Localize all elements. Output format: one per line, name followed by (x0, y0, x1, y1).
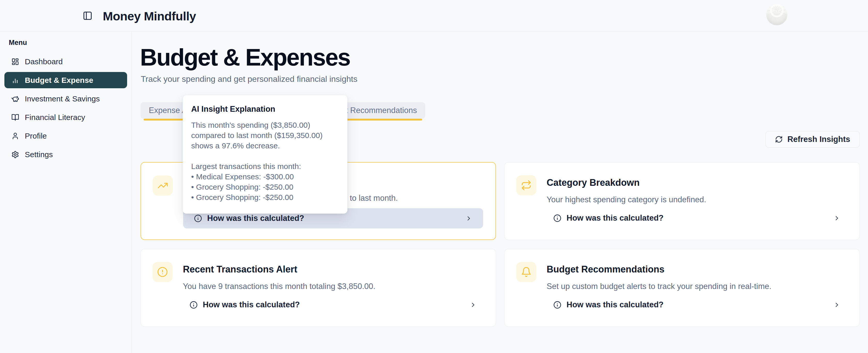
panel-left-icon (83, 11, 92, 21)
sidebar-item-label: Investment & Savings (25, 95, 100, 103)
book-open-icon (11, 113, 19, 121)
app-title: Money Mindfully (103, 9, 196, 23)
page-subtitle: Track your spending and get personalized… (141, 74, 357, 84)
page-title: Budget & Expenses (140, 45, 350, 69)
card-recent-transactions-alert: Recent Transactions Alert You have 9 tra… (141, 249, 496, 327)
alert-circle-icon (157, 267, 168, 277)
bell-icon (521, 267, 532, 277)
sidebar-toggle-button[interactable] (83, 11, 92, 21)
layout-dashboard-icon (11, 58, 19, 66)
popover-title: AI Insight Explanation (191, 105, 338, 114)
info-icon (553, 301, 561, 309)
sidebar-item-profile[interactable]: Profile (4, 128, 127, 144)
popover-list-intro: Largest transactions this month: (191, 161, 338, 172)
card-body: Recent Transactions Alert You have 9 tra… (183, 262, 375, 291)
sidebar-item-financial-literacy[interactable]: Financial Literacy (4, 109, 127, 126)
info-icon (194, 214, 202, 222)
card-description: Set up custom budget alerts to track you… (547, 282, 771, 291)
card-budget-recommendations: Budget Recommendations Set up custom bud… (504, 249, 860, 327)
chevron-right-icon (833, 215, 840, 222)
sidebar-item-settings[interactable]: Settings (4, 146, 127, 163)
card-body: Budget Recommendations Set up custom bud… (547, 262, 771, 291)
chevron-right-icon (833, 302, 840, 308)
user-avatar[interactable] (766, 4, 787, 25)
icon-chip (516, 262, 536, 282)
sidebar-item-label: Financial Literacy (25, 113, 85, 122)
card-category-breakdown: Category Breakdown Your highest spending… (504, 162, 860, 240)
sidebar-menu-label: Menu (9, 39, 127, 47)
refresh-insights-label: Refresh Insights (787, 135, 850, 144)
refresh-icon (775, 136, 783, 143)
sidebar: Menu Dashboard Budget & Expense Investme… (0, 32, 132, 353)
trending-up-icon (157, 180, 168, 191)
card-description-fragment: to last month. (350, 193, 398, 203)
card-description: Your highest spending category is undefi… (547, 195, 706, 204)
how-calculated-button[interactable]: How was this calculated? (546, 295, 847, 315)
popover-transactions-list: Largest transactions this month: • Medic… (191, 161, 338, 203)
card-body: Category Breakdown Your highest spending… (547, 175, 706, 204)
popover-list-item: • Grocery Shopping: -$250.00 (191, 182, 338, 192)
card-title: Budget Recommendations (547, 264, 771, 275)
info-icon (190, 301, 197, 309)
sidebar-item-dashboard[interactable]: Dashboard (4, 54, 127, 70)
card-title: Recent Transactions Alert (183, 264, 375, 275)
sidebar-item-label: Budget & Expense (25, 76, 93, 85)
sidebar-item-budget-expense[interactable]: Budget & Expense (4, 72, 127, 88)
gear-icon (11, 151, 19, 158)
bar-chart-icon (11, 76, 19, 84)
chevron-right-icon (470, 302, 476, 308)
popover-paragraph: This month's spending ($3,850.00) compar… (191, 120, 338, 151)
how-calculated-label: How was this calculated? (207, 214, 304, 223)
repeat-arrows-icon (521, 180, 532, 191)
info-icon (553, 214, 561, 222)
refresh-insights-button[interactable]: Refresh Insights (766, 131, 860, 148)
top-header: Money Mindfully (0, 0, 868, 32)
how-calculated-label: How was this calculated? (203, 300, 300, 309)
user-icon (11, 132, 19, 140)
piggy-bank-icon (11, 95, 19, 103)
icon-chip (152, 262, 173, 282)
icon-chip (153, 175, 173, 196)
popover-list-item: • Medical Expenses: -$300.00 (191, 172, 338, 182)
sidebar-item-label: Dashboard (25, 57, 63, 66)
how-calculated-button[interactable]: How was this calculated? (546, 208, 847, 228)
sidebar-item-label: Profile (25, 132, 47, 140)
main-content: Budget & Expenses Track your spending an… (132, 32, 868, 353)
app-screen: Money Mindfully Menu Dashboard Budget & … (0, 0, 868, 353)
card-title: Category Breakdown (547, 177, 706, 188)
card-description: You have 9 transactions this month total… (183, 282, 375, 291)
sidebar-item-investment-savings[interactable]: Investment & Savings (4, 91, 127, 107)
chevron-right-icon (465, 215, 472, 222)
sidebar-item-label: Settings (25, 150, 53, 159)
how-calculated-label: How was this calculated? (566, 300, 664, 309)
how-calculated-label: How was this calculated? (566, 213, 664, 223)
popover-list-item: • Grocery Shopping: -$250.00 (191, 192, 338, 203)
ai-insight-popover: AI Insight Explanation This month's spen… (183, 95, 347, 214)
icon-chip (516, 175, 536, 195)
how-calculated-button[interactable]: How was this calculated? (182, 295, 484, 315)
